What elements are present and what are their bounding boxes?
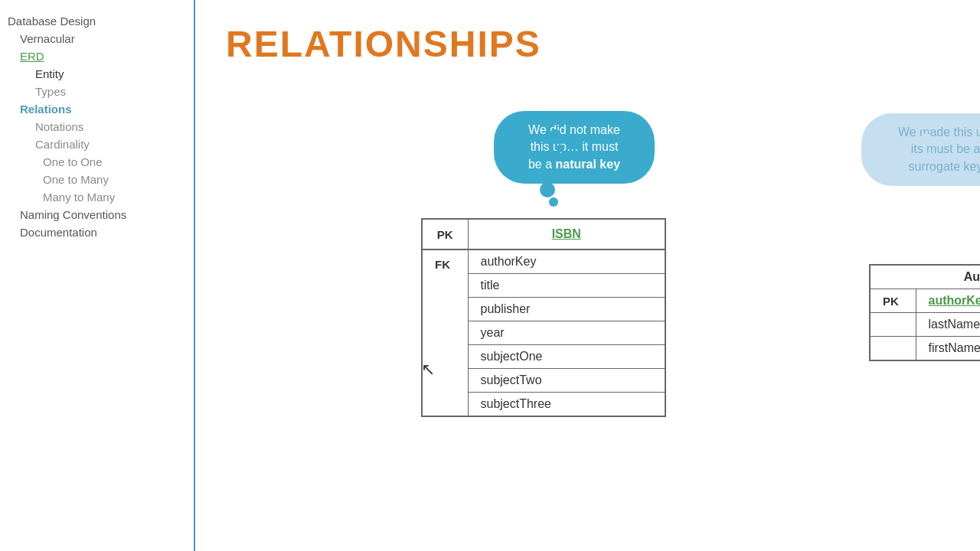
sidebar-item-relations[interactable]: Relations (0, 100, 194, 118)
sidebar-item-notations[interactable]: Notations (0, 118, 194, 135)
page-title: RELATIONSHIPS (226, 23, 949, 65)
sidebar-item-cardinality[interactable]: Cardinality (0, 135, 194, 153)
sidebar-item-erd[interactable]: ERD (0, 47, 194, 65)
cursor-indicator: ↖ (421, 360, 435, 380)
bubble-tail-light-1 (915, 118, 927, 130)
book-field-title: title (468, 274, 665, 298)
book-field-subjectone: subjectOne (468, 345, 665, 369)
sidebar-item-vernacular[interactable]: Vernacular (0, 30, 194, 47)
author-table-header: Author (870, 265, 980, 289)
book-field-publisher: publisher (468, 298, 665, 321)
author-empty-cell-1 (870, 313, 916, 337)
book-fk-row: FK authorKey (422, 249, 665, 274)
author-empty-cell-2 (870, 337, 916, 361)
sidebar-item-entity[interactable]: Entity (0, 65, 194, 83)
sidebar-item-database-design[interactable]: Database Design (0, 12, 194, 30)
author-pk-row: PK authorKey (870, 289, 980, 313)
thought-bubble-dark: We did not make this up… it must be a na… (494, 111, 655, 184)
sidebar-item-documentation[interactable]: Documentation (0, 223, 194, 241)
book-table-header-row: PK ISBN (422, 219, 665, 249)
book-field-authorkey: authorKey (468, 249, 665, 274)
author-field-firstname: firstName (916, 337, 980, 361)
bubble-tail-light-2 (923, 133, 930, 141)
author-field-lastname: lastName (916, 313, 980, 337)
book-table: PK ISBN FK authorKey title publisher yea… (421, 218, 666, 417)
author-pk-label: PK (870, 289, 916, 313)
book-pk-value: ISBN (468, 219, 665, 249)
book-fk-label: FK (422, 249, 468, 416)
book-field-subjectthree: subjectThree (468, 393, 665, 417)
book-field-year: year (468, 321, 665, 345)
bubble-tail-2 (557, 145, 564, 152)
sidebar-item-one-to-one[interactable]: One to One (0, 153, 194, 171)
author-field-row-lastname: lastName (870, 313, 980, 337)
author-field-row-firstname: firstName (870, 337, 980, 361)
author-table: Author PK authorKey lastName firstName (869, 264, 980, 361)
bubble-tail-1 (549, 129, 561, 142)
book-field-subjecttwo: subjectTwo (468, 369, 665, 393)
author-pk-value: authorKey (916, 289, 980, 313)
sidebar-item-many-to-many[interactable]: Many to Many (0, 188, 194, 206)
author-table-title-row: Author (870, 265, 980, 289)
sidebar-item-naming-conventions[interactable]: Naming Conventions (0, 206, 194, 223)
sidebar-item-types[interactable]: Types (0, 83, 194, 100)
sidebar: Database Design Vernacular ERD Entity Ty… (0, 0, 195, 551)
sidebar-item-one-to-many[interactable]: One to Many (0, 171, 194, 188)
main-content: RELATIONSHIPS We did not make this up… i… (195, 0, 980, 551)
book-pk-label: PK (422, 219, 468, 249)
